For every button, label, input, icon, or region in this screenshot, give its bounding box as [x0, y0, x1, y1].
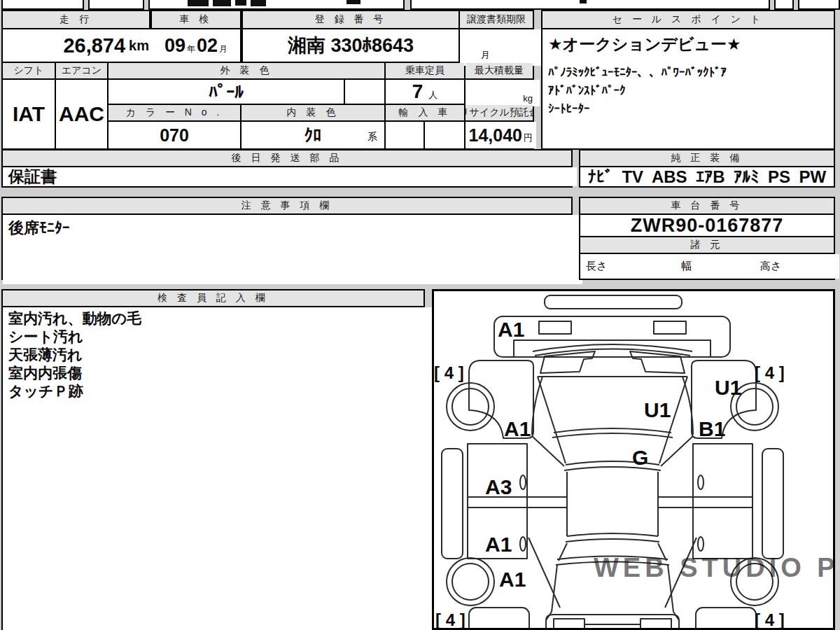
tread-depth-rear-left: [ 4 ]: [435, 610, 465, 628]
registration-value: 湘南 330ﾎ8643: [243, 29, 458, 62]
front-bumper-shape: [494, 316, 730, 357]
spec-width-cell: 幅: [676, 254, 759, 279]
interior-color-header: 内 装 色: [241, 105, 384, 120]
later-shipped-parts-value: 保証書: [3, 167, 577, 186]
rear-bumper-left-shape: [469, 608, 529, 628]
payload-value: kg: [465, 80, 540, 106]
inspector-note-line: シート汚れ: [8, 328, 141, 346]
damage-mark-a1-front-bumper: A1: [498, 318, 524, 341]
shift-header: シフト: [3, 63, 55, 78]
cutoff-row-cell: [410, 0, 770, 10]
aircon-header: エアコン: [56, 63, 107, 78]
capacity-header: 乗車定員: [386, 63, 464, 78]
auction-sheet: 走 行 車 検 登 録 番 号 譲渡書類期限 26,874 km 09 年 02…: [0, 0, 840, 630]
wheel-front-left: [447, 383, 494, 430]
exterior-color-extra-cell: [345, 80, 384, 104]
door-handle-mark: [520, 537, 526, 551]
color-no-value: 070: [108, 122, 240, 148]
shift-value: IAT: [3, 80, 55, 148]
inspector-note-line: 室内汚れ、動物の毛: [8, 309, 141, 328]
cutoff-text-fragment: [251, 0, 266, 6]
watermark-text: WEB STUDIO PRO: [594, 553, 833, 582]
damage-mark-u1-windshield: U1: [644, 398, 671, 421]
headlight-right-shape: [630, 351, 685, 373]
inspector-note-line: 室内内張傷: [8, 364, 141, 382]
specs-header: 諸 元: [580, 237, 834, 253]
damage-mark-a1-front-door: A1: [504, 417, 531, 440]
spec-length-cell: 長さ: [580, 254, 680, 279]
damage-diagram-panel: WEB STUDIO PRO A1 [ 4 ] [ 4 ] U1 U1 A1 B…: [432, 289, 835, 630]
door-handle-mark: [698, 475, 704, 489]
shaken-value: 09 年 02 月: [152, 29, 240, 62]
sales-points-body: ★オークションデビュー★ ﾊﾟﾉﾗﾐｯｸﾋﾞｭｰﾓﾆﾀｰ、、ﾊﾟﾜｰﾊﾞｯｸﾄﾞ…: [542, 29, 834, 148]
door-handle-mark: [520, 475, 526, 489]
exterior-color-value: ﾊﾟｰﾙ: [108, 80, 344, 104]
sales-points-panel: セ ー ル ス ポ イ ン ト ★オークションデビュー★ ﾊﾟﾉﾗﾐｯｸﾋﾞｭｰ…: [541, 10, 835, 150]
cutoff-row-cell: [88, 0, 144, 10]
cutoff-text-fragment: [213, 0, 231, 6]
mileage-value: 26,874 km: [3, 29, 155, 62]
sales-points-header: セ ー ル ス ポ イ ン ト: [542, 11, 834, 28]
rocker-left-shape: [442, 449, 463, 559]
tread-depth-front-left: [ 4 ]: [434, 363, 464, 382]
damage-mark-g-roof: G: [632, 446, 648, 469]
shaken-header: 車 検: [152, 11, 240, 28]
damage-mark-u1-right-fender: U1: [715, 376, 741, 399]
recycle-deposit-header: リサイクル預託金: [465, 105, 533, 120]
inspector-notes-header: 検 査 員 記 入 欄: [3, 290, 424, 306]
rear-bumper-center-shape: [546, 615, 679, 628]
import-value-cell: [425, 122, 464, 148]
inspector-notes-panel: 検 査 員 記 入 欄 室内汚れ、動物の毛 シート汚れ 天張薄汚れ 室内内張傷 …: [1, 289, 425, 630]
doors-right-shape: [693, 444, 752, 559]
chassis-number-value: ZWR90-0167877: [580, 215, 834, 236]
sales-point-line: ﾊﾟﾉﾗﾐｯｸﾋﾞｭｰﾓﾆﾀｰ、、ﾊﾟﾜｰﾊﾞｯｸﾄﾞｱ: [548, 66, 727, 80]
car-outline-diagram: WEB STUDIO PRO A1 [ 4 ] [ 4 ] U1 U1 A1 B…: [434, 291, 833, 628]
inspector-note-line: 天張薄汚れ: [8, 346, 141, 364]
caution-notes-value: 後席ﾓﾆﾀｰ: [3, 215, 582, 284]
capacity-value: 7 人: [386, 80, 464, 104]
cutoff-text-fragment: [580, 0, 587, 4]
rocker-right-shape: [762, 449, 783, 559]
payload-header: 最大積載量: [465, 63, 533, 78]
damage-mark-a1-rear-quarter: A1: [499, 568, 526, 591]
spec-height-cell: 高さ: [755, 254, 839, 279]
import-value-cell: [386, 122, 424, 148]
door-handle-mark: [698, 537, 704, 551]
cutoff-text-fragment: [235, 0, 246, 6]
sales-point-line: ｱﾄﾞﾊﾞﾝｽﾄﾞﾊﾟｰｸ: [548, 84, 626, 98]
cutoff-text-fragment: [346, 0, 360, 4]
damage-mark-b1-right-quarter: B1: [699, 417, 725, 440]
equipment-value: ﾅﾋﾞ TV ABS ｴｱB ｱﾙﾐ PS PW: [580, 167, 834, 186]
damage-mark-a1-rear-door: A1: [485, 533, 512, 556]
color-no-header: カ ラ ー N o .: [108, 105, 240, 120]
chassis-specs-panel: 車 台 番 号 ZWR90-0167877 諸 元 長さ 幅 高さ: [579, 197, 835, 280]
later-shipped-parts-panel: 後 日 発 送 部 品 保証書: [1, 149, 573, 188]
exterior-color-header: 外 装 色: [108, 63, 384, 78]
rear-bumper-right-shape: [696, 608, 756, 628]
registration-header: 登 録 番 号: [243, 11, 458, 28]
vehicle-info-table: 走 行 車 検 登 録 番 号 譲渡書類期限 26,874 km 09 年 02…: [1, 10, 534, 150]
later-shipped-parts-header: 後 日 発 送 部 品: [3, 150, 571, 166]
mileage-header: 走 行: [3, 11, 149, 28]
interior-color-value: ｸﾛ 系: [241, 122, 384, 148]
cutoff-row-cell: [148, 0, 405, 10]
wheel-rear-left: [447, 558, 494, 606]
equipment-header: 純 正 装 備: [580, 150, 834, 166]
caution-notes-header: 注 意 事 項 欄: [3, 198, 571, 214]
interior-color-suffix: 系: [368, 131, 377, 144]
inspector-note-line: タッチＰ跡: [8, 382, 141, 400]
transfer-docs-header: 譲渡書類期限: [460, 11, 533, 28]
sales-point-line: ｼｰﾄﾋｰﾀｰ: [548, 102, 590, 116]
tread-depth-rear-right: [ 4 ]: [755, 610, 785, 628]
tread-depth-front-right: [ 4 ]: [755, 363, 785, 382]
cutoff-row-cell: [798, 0, 840, 10]
front-lip-shape: [545, 295, 682, 309]
equipment-panel: 純 正 装 備 ﾅﾋﾞ TV ABS ｴｱB ｱﾙﾐ PS PW: [579, 149, 835, 188]
cutoff-row-cell: [774, 0, 794, 10]
cutoff-row-cell: [1, 0, 84, 10]
inspector-notes-body: 室内汚れ、動物の毛 シート汚れ 天張薄汚れ 室内内張傷 タッチＰ跡: [3, 307, 435, 630]
chassis-number-header: 車 台 番 号: [580, 198, 834, 214]
caution-notes-panel: 注 意 事 項 欄 後席ﾓﾆﾀｰ: [1, 197, 573, 280]
cutoff-text-fragment: [188, 0, 209, 6]
import-header: 輸 入 車: [386, 105, 464, 120]
